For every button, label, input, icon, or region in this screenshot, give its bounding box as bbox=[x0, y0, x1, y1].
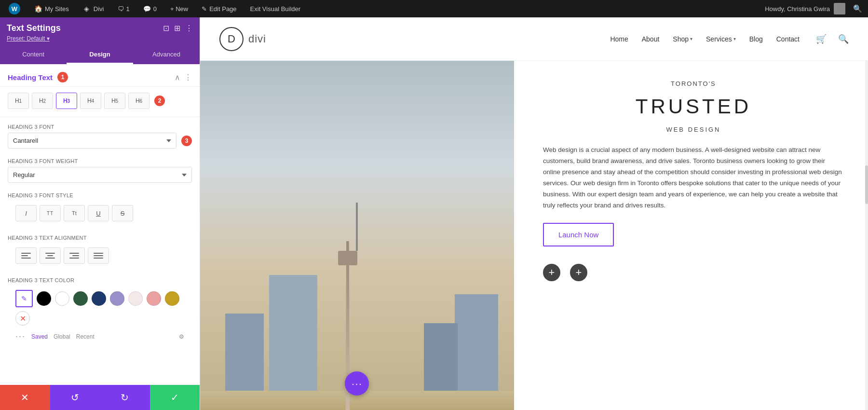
nav-about[interactable]: About bbox=[641, 33, 661, 45]
color-swatch-pink[interactable] bbox=[147, 291, 161, 306]
align-center-button[interactable] bbox=[40, 247, 61, 264]
more-options-icon[interactable]: ⋮ bbox=[185, 24, 193, 33]
h3-button[interactable]: H3 bbox=[56, 93, 77, 109]
color-swatch-clear[interactable]: ✕ bbox=[15, 311, 30, 326]
add-section-button-1[interactable]: + bbox=[543, 264, 560, 281]
heading3-color-group: Heading 3 Text Color ✎ ✕ ··· Saved bbox=[0, 273, 200, 352]
site-menu: Home About Shop ▾ Services ▾ Blog Contac bbox=[609, 33, 849, 45]
collapse-icon[interactable]: ∧ bbox=[175, 73, 180, 82]
comment-icon: 🗨 bbox=[118, 5, 124, 13]
dots-icon: ··· bbox=[352, 378, 363, 389]
trusted-heading: TRUSTED bbox=[543, 95, 844, 118]
nav-search-icon[interactable]: 🔍 bbox=[838, 34, 849, 44]
preset-label: Preset: Default ▾ bbox=[7, 35, 50, 42]
add-buttons-row: + + bbox=[543, 264, 844, 281]
color-picker-button[interactable]: ✎ bbox=[15, 290, 33, 307]
exit-builder-label: Exit Visual Builder bbox=[250, 5, 301, 13]
heading3-font-group: Heading 3 Font Cantarell Arial Georgia 3 bbox=[0, 119, 200, 153]
howdy-section: Howdy, Christina Gwira 🔍 bbox=[765, 3, 862, 14]
cart-icon[interactable]: 🛒 bbox=[816, 34, 827, 44]
scroll-thumb[interactable] bbox=[865, 165, 868, 204]
preset-selector[interactable]: Preset: Default ▾ bbox=[7, 35, 193, 42]
nav-blog[interactable]: Blog bbox=[748, 33, 764, 45]
color-recent-label[interactable]: Recent bbox=[76, 333, 95, 340]
undo-icon: ↺ bbox=[71, 392, 79, 403]
tab-design[interactable]: Design bbox=[67, 46, 133, 64]
divi-label: Divi bbox=[94, 5, 104, 13]
align-left-button[interactable] bbox=[15, 247, 37, 264]
scroll-indicator bbox=[865, 61, 868, 410]
align-right-button[interactable] bbox=[64, 247, 85, 264]
section-title: Heading Text 1 bbox=[8, 72, 68, 82]
h1-button[interactable]: H1 bbox=[8, 93, 29, 109]
comment-btn[interactable]: 🗨 1 bbox=[115, 0, 133, 17]
heading3-style-label: Heading 3 Font Style bbox=[8, 192, 192, 198]
tab-content[interactable]: Content bbox=[0, 46, 67, 64]
feedback-btn[interactable]: 💬 0 bbox=[140, 0, 160, 17]
shop-chevron: ▾ bbox=[690, 36, 692, 41]
color-swatches-row: ✎ ✕ bbox=[8, 286, 192, 329]
strikethrough-button[interactable]: S bbox=[112, 205, 133, 221]
wp-logo-btn[interactable]: W bbox=[6, 0, 23, 17]
color-saved-label[interactable]: Saved bbox=[31, 333, 48, 340]
underline-button[interactable]: U bbox=[88, 205, 109, 221]
body-description: Web design is a crucial aspect of any mo… bbox=[543, 145, 844, 211]
panel-footer: ✕ ↺ ↻ ✓ bbox=[0, 385, 200, 410]
smallcaps-button[interactable]: TT bbox=[40, 205, 61, 221]
save-button[interactable]: ✓ bbox=[150, 385, 200, 410]
columns-icon[interactable]: ⊞ bbox=[174, 24, 180, 33]
nav-shop[interactable]: Shop ▾ bbox=[672, 33, 693, 45]
color-global-label[interactable]: Global bbox=[54, 333, 70, 340]
color-gear-icon[interactable]: ⚙ bbox=[179, 333, 184, 340]
align-justify-button[interactable] bbox=[88, 247, 109, 264]
color-swatch-green[interactable] bbox=[73, 291, 88, 306]
color-swatch-navy[interactable] bbox=[92, 291, 106, 306]
tab-advanced[interactable]: Advanced bbox=[133, 46, 200, 64]
color-swatch-lavender[interactable] bbox=[110, 291, 124, 306]
logo-letter: D bbox=[228, 33, 235, 45]
color-swatch-white[interactable] bbox=[55, 291, 69, 306]
launch-now-button[interactable]: Launch Now bbox=[543, 223, 614, 246]
minimize-icon[interactable]: ⊡ bbox=[163, 24, 169, 33]
nav-services[interactable]: Services ▾ bbox=[705, 33, 737, 45]
h2-button[interactable]: H2 bbox=[32, 93, 53, 109]
exit-builder-btn[interactable]: Exit Visual Builder bbox=[247, 0, 304, 17]
heading3-font-select[interactable]: Cantarell Arial Georgia bbox=[8, 133, 176, 149]
divi-icon: ◈ bbox=[82, 4, 91, 13]
feedback-icon: 💬 bbox=[143, 5, 151, 13]
services-chevron: ▾ bbox=[733, 36, 736, 41]
add-section-button-2[interactable]: + bbox=[570, 264, 587, 281]
section-more-icon[interactable]: ⋮ bbox=[184, 73, 192, 82]
undo-button[interactable]: ↺ bbox=[50, 385, 100, 410]
heading3-weight-select[interactable]: Regular Bold Light bbox=[8, 167, 192, 183]
cancel-button[interactable]: ✕ bbox=[0, 385, 50, 410]
color-swatch-pink-light[interactable] bbox=[128, 291, 143, 306]
admin-search-icon[interactable]: 🔍 bbox=[853, 4, 862, 13]
italic-button[interactable]: I bbox=[15, 205, 37, 221]
my-sites-btn[interactable]: 🏠 My Sites bbox=[31, 0, 72, 17]
divi-btn[interactable]: ◈ Divi bbox=[80, 0, 107, 17]
comment-count: 1 bbox=[126, 5, 130, 13]
h6-button[interactable]: H6 bbox=[128, 93, 149, 109]
preview-image-section: ··· bbox=[200, 61, 514, 410]
preview-area: D divi Home About Shop ▾ Services ▾ bbox=[200, 17, 868, 410]
heading3-weight-label: Heading 3 Font Weight bbox=[8, 158, 192, 164]
align-buttons bbox=[8, 244, 192, 268]
nav-contact[interactable]: Contact bbox=[775, 33, 800, 45]
edit-page-btn[interactable]: ✎ Edit Page bbox=[199, 0, 239, 17]
preview-text-section: TORONTO'S TRUSTED WEB DESIGN Web design … bbox=[514, 61, 868, 410]
new-btn[interactable]: + New bbox=[167, 0, 191, 17]
capitalize-button[interactable]: Tt bbox=[64, 205, 85, 221]
my-sites-label: My Sites bbox=[45, 5, 69, 13]
redo-button[interactable]: ↻ bbox=[100, 385, 150, 410]
nav-home[interactable]: Home bbox=[609, 33, 629, 45]
h4-button[interactable]: H4 bbox=[80, 93, 101, 109]
color-swatch-gold[interactable] bbox=[165, 291, 179, 306]
color-swatch-black[interactable] bbox=[37, 291, 51, 306]
panel-tabs: Content Design Advanced bbox=[0, 46, 200, 64]
toronto-subheading: TORONTO'S bbox=[543, 80, 844, 87]
left-panel: Text Settings ⊡ ⊞ ⋮ Preset: Default ▾ Co… bbox=[0, 17, 200, 410]
color-more-dots[interactable]: ··· bbox=[15, 331, 26, 342]
purple-dots-button[interactable]: ··· bbox=[345, 371, 369, 396]
h5-button[interactable]: H5 bbox=[104, 93, 125, 109]
